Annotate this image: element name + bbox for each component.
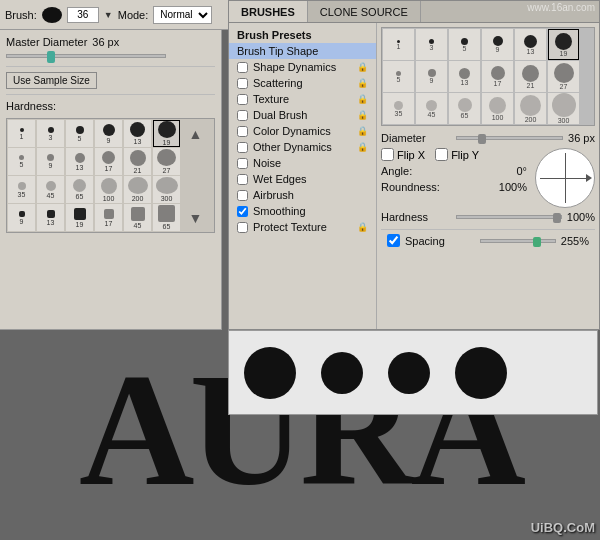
mode-select[interactable]: Normal (153, 6, 212, 24)
brush-cell-scroll-mid (182, 148, 209, 175)
brush-cell-200[interactable]: 200 (124, 176, 151, 203)
brush-cell-13c[interactable]: 13 (37, 204, 64, 231)
tab-brushes[interactable]: BRUSHES (229, 1, 308, 22)
brush-cell-19c[interactable]: 19 (66, 204, 93, 231)
diameter-ctrl-slider[interactable] (456, 136, 563, 140)
tip-13b[interactable]: 13 (449, 61, 480, 92)
brush-cell-5b[interactable]: 5 (8, 148, 35, 175)
other-dynamics-checkbox[interactable] (237, 142, 248, 153)
lock-icon-3: 🔒 (357, 94, 368, 104)
brush-cell-65b[interactable]: 65 (153, 204, 180, 231)
brush-cell-17b[interactable]: 17 (95, 204, 122, 231)
brush-cell-9c[interactable]: 9 (8, 204, 35, 231)
brushes-body: Brush Presets Brush Tip Shape Shape Dyna… (229, 23, 599, 329)
color-dynamics-checkbox[interactable] (237, 126, 248, 137)
brush-cell-9[interactable]: 9 (95, 120, 122, 147)
tip-3[interactable]: 3 (416, 29, 447, 60)
diameter-slider-container[interactable] (6, 54, 215, 58)
spacing-checkbox[interactable] (387, 234, 400, 247)
option-noise[interactable]: Noise (229, 155, 376, 171)
shape-dynamics-checkbox[interactable] (237, 62, 248, 73)
spacing-area: Spacing 255% (381, 229, 595, 255)
brush-cell-5[interactable]: 5 (66, 120, 93, 147)
brush-tip-mini-grid: 1 3 5 9 13 19 5 9 13 17 21 27 35 45 65 1… (381, 27, 595, 126)
brush-cell-45b[interactable]: 45 (124, 204, 151, 231)
option-shape-dynamics[interactable]: Shape Dynamics 🔒 (229, 59, 376, 75)
tab-clone-source[interactable]: CLONE SOURCE (308, 1, 421, 22)
hardness-ctrl-slider[interactable] (456, 215, 562, 219)
diameter-ctrl-thumb[interactable] (478, 134, 486, 144)
option-dual-brush[interactable]: Dual Brush 🔒 (229, 107, 376, 123)
flip-x-checkbox[interactable] (381, 148, 394, 161)
noise-checkbox[interactable] (237, 158, 248, 169)
flip-y-item[interactable]: Flip Y (435, 148, 479, 161)
brush-cell-35[interactable]: 35 (8, 176, 35, 203)
roundness-label: Roundness: (381, 181, 451, 193)
brush-cell-19[interactable]: 19 (153, 120, 180, 147)
brush-cell-scroll-down-btn[interactable]: ▼ (182, 204, 209, 231)
spacing-ctrl-thumb[interactable] (533, 237, 541, 247)
tip-100[interactable]: 100 (482, 93, 513, 124)
tip-1[interactable]: 1 (383, 29, 414, 60)
brush-cell-17[interactable]: 17 (95, 148, 122, 175)
tip-17[interactable]: 17 (482, 61, 513, 92)
airbrush-checkbox[interactable] (237, 190, 248, 201)
left-panel: Master Diameter 36 px Use Sample Size Ha… (0, 30, 222, 330)
tip-5b[interactable]: 5 (383, 61, 414, 92)
angle-row: Angle: 0° (381, 165, 527, 177)
option-protect-texture[interactable]: Protect Texture 🔒 (229, 219, 376, 235)
option-scattering[interactable]: Scattering 🔒 (229, 75, 376, 91)
tip-21[interactable]: 21 (515, 61, 546, 92)
brush-cell-65[interactable]: 65 (66, 176, 93, 203)
tip-65[interactable]: 65 (449, 93, 480, 124)
option-airbrush[interactable]: Airbrush (229, 187, 376, 203)
tip-35[interactable]: 35 (383, 93, 414, 124)
brush-size-input[interactable] (67, 7, 99, 23)
dual-brush-label: Dual Brush (253, 109, 307, 121)
brush-cell-27[interactable]: 27 (153, 148, 180, 175)
flip-x-item[interactable]: Flip X (381, 148, 425, 161)
texture-label: Texture (253, 93, 289, 105)
tip-27[interactable]: 27 (548, 61, 579, 92)
brush-cell-100[interactable]: 100 (95, 176, 122, 203)
flip-y-checkbox[interactable] (435, 148, 448, 161)
dual-brush-checkbox[interactable] (237, 110, 248, 121)
option-color-dynamics[interactable]: Color Dynamics 🔒 (229, 123, 376, 139)
brush-cell-13[interactable]: 13 (124, 120, 151, 147)
use-sample-size-button[interactable]: Use Sample Size (6, 72, 97, 89)
brush-cell-45[interactable]: 45 (37, 176, 64, 203)
tip-9b[interactable]: 9 (416, 61, 447, 92)
option-wet-edges[interactable]: Wet Edges (229, 171, 376, 187)
scattering-checkbox[interactable] (237, 78, 248, 89)
smoothing-checkbox[interactable] (237, 206, 248, 217)
mode-label: Mode: (118, 9, 149, 21)
option-texture[interactable]: Texture 🔒 (229, 91, 376, 107)
wet-edges-label: Wet Edges (253, 173, 307, 185)
tip-19[interactable]: 19 (548, 29, 579, 60)
brush-cell-300[interactable]: 300 (153, 176, 180, 203)
brush-cell-1[interactable]: 1 (8, 120, 35, 147)
spacing-ctrl-slider[interactable] (480, 239, 556, 243)
tip-300[interactable]: 300 (548, 93, 579, 124)
option-smoothing[interactable]: Smoothing (229, 203, 376, 219)
diameter-slider-thumb[interactable] (47, 51, 55, 63)
brush-cell-3[interactable]: 3 (37, 120, 64, 147)
tip-9[interactable]: 9 (482, 29, 513, 60)
hardness-ctrl-thumb[interactable] (553, 213, 561, 223)
brush-tip-shape-label: Brush Tip Shape (237, 45, 318, 57)
brush-cell-13b[interactable]: 13 (66, 148, 93, 175)
master-diameter-value: 36 px (92, 36, 119, 48)
tip-200[interactable]: 200 (515, 93, 546, 124)
tip-45[interactable]: 45 (416, 93, 447, 124)
brush-cell-9b[interactable]: 9 (37, 148, 64, 175)
brush-cell-21[interactable]: 21 (124, 148, 151, 175)
brush-cell-scroll-bot (182, 176, 209, 203)
protect-texture-checkbox[interactable] (237, 222, 248, 233)
option-brush-tip-shape[interactable]: Brush Tip Shape (229, 43, 376, 59)
option-other-dynamics[interactable]: Other Dynamics 🔒 (229, 139, 376, 155)
tip-5[interactable]: 5 (449, 29, 480, 60)
brush-cell-scroll-btn[interactable]: ▲ (182, 120, 209, 147)
wet-edges-checkbox[interactable] (237, 174, 248, 185)
texture-checkbox[interactable] (237, 94, 248, 105)
tip-13[interactable]: 13 (515, 29, 546, 60)
